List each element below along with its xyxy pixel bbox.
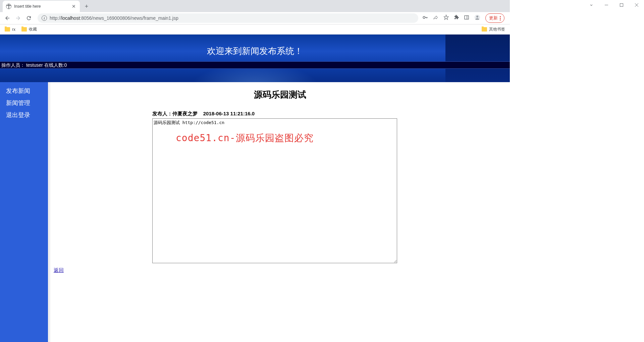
- back-link[interactable]: 返回: [54, 267, 64, 274]
- tab-bar: Insert title here ✕ +: [0, 0, 510, 12]
- browser-toolbar: i http://localhost:8056/news_169000806/n…: [0, 12, 510, 24]
- bookmarks-bar: rx 收藏 其他书签: [0, 24, 510, 35]
- url-text: http://localhost:8056/news_169000806/new…: [50, 15, 178, 21]
- tab-title: Insert title here: [14, 4, 68, 9]
- globe-icon: [6, 4, 11, 9]
- svg-point-4: [423, 16, 425, 18]
- reload-button[interactable]: [24, 13, 34, 23]
- forward-button[interactable]: [13, 13, 23, 23]
- page-title: 欢迎来到新闻发布系统！: [0, 35, 510, 57]
- article-title: 源码乐园测试: [50, 89, 510, 101]
- site-info-icon[interactable]: i: [42, 15, 47, 21]
- sidebar-item-logout[interactable]: 退出登录: [0, 109, 48, 121]
- article-meta: 发布人：仲夏夜之梦 2018-06-13 11:21:16.0: [50, 111, 510, 117]
- app-header: 欢迎来到新闻发布系统！ 操作人员： testuser 在线人数:0: [0, 35, 510, 82]
- menu-dots-icon: [500, 16, 501, 20]
- sidebar-item-publish[interactable]: 发布新闻: [0, 85, 48, 97]
- back-button[interactable]: [3, 13, 12, 23]
- close-icon[interactable]: ✕: [71, 4, 76, 9]
- key-icon[interactable]: [422, 14, 428, 22]
- bookmark-other[interactable]: 其他书签: [482, 26, 505, 32]
- folder-icon: [5, 27, 10, 32]
- sidebar-item-manage[interactable]: 新闻管理: [0, 97, 48, 109]
- bookmark-rx[interactable]: rx: [5, 27, 15, 32]
- svg-point-10: [476, 16, 478, 18]
- address-bar[interactable]: i http://localhost:8056/news_169000806/n…: [38, 13, 418, 23]
- extensions-icon[interactable]: [454, 15, 459, 21]
- main-content: 源码乐园测试 发布人：仲夏夜之梦 2018-06-13 11:21:16.0 c…: [48, 82, 510, 342]
- status-bar: 操作人员： testuser 在线人数:0: [0, 61, 510, 69]
- update-button[interactable]: 更新: [485, 13, 504, 23]
- sidebar: 发布新闻 新闻管理 退出登录: [0, 82, 48, 342]
- browser-tab[interactable]: Insert title here ✕: [3, 1, 80, 12]
- svg-rect-7: [465, 16, 469, 19]
- sidepanel-icon[interactable]: [464, 15, 469, 21]
- toolbar-icons: 更新: [422, 13, 507, 23]
- profile-icon[interactable]: [474, 14, 481, 22]
- share-icon[interactable]: [433, 15, 438, 21]
- app-body: 发布新闻 新闻管理 退出登录 源码乐园测试 发布人：仲夏夜之梦 2018-06-…: [0, 82, 510, 342]
- new-tab-button[interactable]: +: [82, 2, 91, 11]
- folder-icon: [21, 27, 27, 32]
- browser-chrome: Insert title here ✕ +: [0, 0, 510, 35]
- bookmark-favorites[interactable]: 收藏: [21, 26, 37, 32]
- folder-icon: [482, 27, 487, 32]
- article-content-textarea[interactable]: [152, 118, 397, 263]
- star-icon[interactable]: [443, 14, 449, 22]
